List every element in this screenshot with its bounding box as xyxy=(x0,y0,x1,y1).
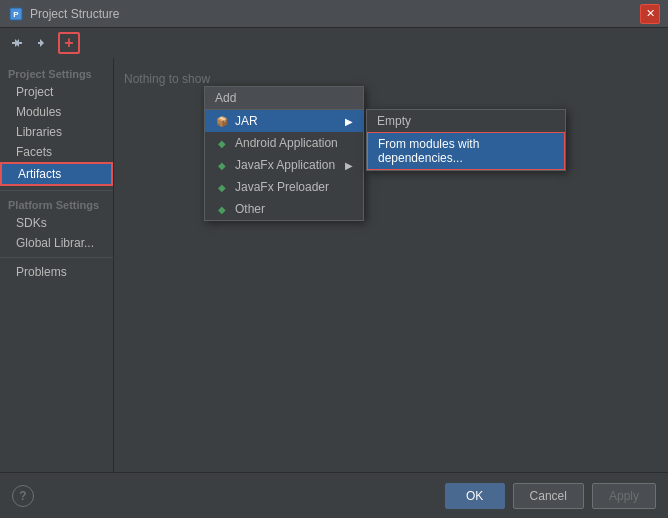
sidebar-divider xyxy=(0,190,113,191)
add-menu: Add 📦 JAR ▶ ◆ Android Application ◆ xyxy=(204,86,364,221)
apply-button[interactable]: Apply xyxy=(592,483,656,509)
sidebar-divider-2 xyxy=(0,257,113,258)
sidebar-item-artifacts[interactable]: Artifacts xyxy=(0,162,113,186)
platform-settings-label: Platform Settings xyxy=(0,195,113,213)
bottom-right: OK Cancel Apply xyxy=(445,483,656,509)
project-settings-label: Project Settings xyxy=(0,64,113,82)
nothing-to-show: Nothing to show xyxy=(124,72,658,86)
sidebar: Project Settings Project Modules Librari… xyxy=(0,58,114,472)
javafx-app-icon: ◆ xyxy=(215,158,229,172)
cancel-button[interactable]: Cancel xyxy=(513,483,584,509)
back-button[interactable] xyxy=(6,32,28,54)
menu-item-android-label: Android Application xyxy=(235,136,338,150)
menu-item-javafx-preloader-label: JavaFx Preloader xyxy=(235,180,329,194)
help-button[interactable]: ? xyxy=(12,485,34,507)
close-button[interactable]: ✕ xyxy=(640,4,660,24)
sub-item-from-modules[interactable]: From modules with dependencies... xyxy=(367,132,565,170)
sidebar-item-global-libraries[interactable]: Global Librar... xyxy=(0,233,113,253)
toolbar: + xyxy=(0,28,668,58)
jar-icon: 📦 xyxy=(215,114,229,128)
forward-button[interactable] xyxy=(32,32,54,54)
menu-item-jar-label: JAR xyxy=(235,114,258,128)
other-icon: ◆ xyxy=(215,202,229,216)
main-container: + Project Settings Project Modules Libra… xyxy=(0,28,668,518)
bottom-left: ? xyxy=(12,485,34,507)
menu-item-javafx-preloader[interactable]: ◆ JavaFx Preloader xyxy=(205,176,363,198)
sidebar-item-project[interactable]: Project xyxy=(0,82,113,102)
bottom-bar: ? OK Cancel Apply xyxy=(0,472,668,518)
menu-item-javafx-app[interactable]: ◆ JavaFx Application ▶ xyxy=(205,154,363,176)
sub-item-empty[interactable]: Empty xyxy=(367,110,565,132)
right-panel: Nothing to show Add 📦 JAR ▶ ◆ Android xyxy=(114,58,668,472)
menu-item-javafx-app-label: JavaFx Application xyxy=(235,158,335,172)
content-area: Project Settings Project Modules Librari… xyxy=(0,58,668,472)
title-bar: P Project Structure ✕ xyxy=(0,0,668,28)
android-icon: ◆ xyxy=(215,136,229,150)
ok-button[interactable]: OK xyxy=(445,483,505,509)
sidebar-item-facets[interactable]: Facets xyxy=(0,142,113,162)
dropdown-overlay: Add 📦 JAR ▶ ◆ Android Application ◆ xyxy=(114,58,668,472)
add-button[interactable]: + xyxy=(58,32,80,54)
add-menu-header: Add xyxy=(205,87,363,110)
sidebar-item-sdks[interactable]: SDKs xyxy=(0,213,113,233)
menu-item-other-label: Other xyxy=(235,202,265,216)
sidebar-item-problems[interactable]: Problems xyxy=(0,262,113,282)
menu-item-jar[interactable]: 📦 JAR ▶ xyxy=(205,110,363,132)
sidebar-item-modules[interactable]: Modules xyxy=(0,102,113,122)
javafx-preloader-icon: ◆ xyxy=(215,180,229,194)
menu-item-android[interactable]: ◆ Android Application xyxy=(205,132,363,154)
jar-sub-menu: Empty From modules with dependencies... xyxy=(366,109,566,171)
sidebar-item-libraries[interactable]: Libraries xyxy=(0,122,113,142)
svg-text:P: P xyxy=(13,10,19,19)
jar-arrow: ▶ xyxy=(345,116,353,127)
menu-item-other[interactable]: ◆ Other xyxy=(205,198,363,220)
app-icon: P xyxy=(8,6,24,22)
window-title: Project Structure xyxy=(30,7,640,21)
javafx-app-arrow: ▶ xyxy=(345,160,353,171)
